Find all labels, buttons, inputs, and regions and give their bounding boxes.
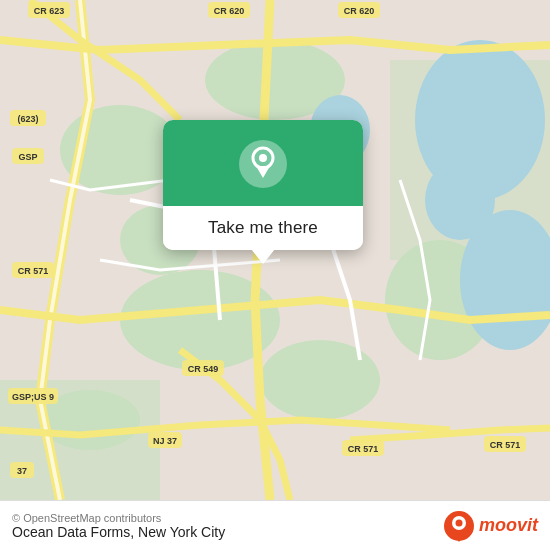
svg-text:CR 620: CR 620 <box>344 6 375 16</box>
osm-attribution: © OpenStreetMap contributors <box>12 512 225 524</box>
svg-point-12 <box>425 160 495 240</box>
svg-text:NJ 37: NJ 37 <box>153 436 177 446</box>
moovit-text: moovit <box>479 515 538 536</box>
svg-text:CR 549: CR 549 <box>188 364 219 374</box>
svg-text:CR 620: CR 620 <box>214 6 245 16</box>
popup-green-header <box>163 120 363 206</box>
map-svg: CR 623 CR 620 CR 620 GSP (623) CR 571 GS… <box>0 0 550 500</box>
svg-point-5 <box>260 340 380 420</box>
location-pin-icon <box>250 146 276 182</box>
svg-text:CR 623: CR 623 <box>34 6 65 16</box>
svg-text:(623): (623) <box>17 114 38 124</box>
footer-left: © OpenStreetMap contributors Ocean Data … <box>12 512 225 540</box>
moovit-icon <box>443 510 475 542</box>
svg-text:CR 571: CR 571 <box>348 444 379 454</box>
svg-text:CR 571: CR 571 <box>18 266 49 276</box>
svg-text:GSP: GSP <box>18 152 37 162</box>
location-icon-circle <box>239 140 287 188</box>
svg-point-40 <box>259 154 267 162</box>
take-me-there-button[interactable]: Take me there <box>200 216 326 240</box>
svg-text:CR 571: CR 571 <box>490 440 521 450</box>
svg-text:37: 37 <box>17 466 27 476</box>
svg-point-44 <box>455 519 462 526</box>
svg-marker-41 <box>256 166 270 178</box>
footer-bar: © OpenStreetMap contributors Ocean Data … <box>0 500 550 550</box>
svg-text:GSP;US 9: GSP;US 9 <box>12 392 54 402</box>
popup-tail <box>251 249 275 264</box>
popup-card: Take me there <box>163 120 363 250</box>
moovit-logo: moovit <box>443 510 538 542</box>
map-container: CR 623 CR 620 CR 620 GSP (623) CR 571 GS… <box>0 0 550 500</box>
popup-bottom: Take me there <box>163 206 363 250</box>
location-label: Ocean Data Forms, New York City <box>12 524 225 540</box>
